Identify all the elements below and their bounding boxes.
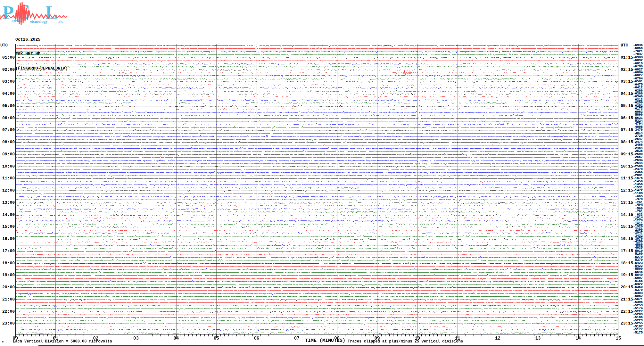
hour-label-left: 15:00 [0, 224, 15, 229]
hour-label-left: 21:00 [0, 297, 15, 302]
hour-label-left: 23:00 [0, 321, 15, 326]
hour-label-left: 12:00 [0, 188, 15, 193]
x-tick-label: 14 [573, 336, 584, 341]
corner-mark: m [2, 340, 4, 343]
hour-label-left: 19:00 [0, 273, 15, 278]
clip-note: Traces clipped at plus/minus 25 vertical… [348, 339, 463, 344]
x-axis-title: TIME (MINUTES) [305, 338, 345, 343]
hour-label-left: 02:00 [0, 67, 15, 72]
hour-label-left: 13:00 [0, 200, 15, 205]
hour-label-left: 16:00 [0, 236, 15, 242]
hour-label-left: 20:00 [0, 285, 15, 290]
x-tick-label: 05 [211, 336, 222, 341]
hour-label-left: 03:00 [0, 79, 15, 84]
x-tick-label: 07 [291, 336, 302, 341]
hour-label-left: 09:00 [0, 152, 15, 157]
hour-label-left: 10:00 [0, 164, 15, 169]
trace-value: -5175 [623, 331, 643, 334]
hour-label-left: 08:00 [0, 140, 15, 145]
hour-label-left: 18:00 [0, 261, 15, 266]
logo-seismic-trace-icon [0, 1, 67, 26]
hour-label-left: 01:00 [0, 55, 15, 60]
x-tick-label: 06 [251, 336, 262, 341]
psl-logo: P S L atras eismology ab [0, 1, 67, 26]
hour-label-left: 05:00 [0, 103, 15, 109]
hour-label-left: 22:00 [0, 309, 15, 314]
hour-label-left: 04:00 [0, 91, 15, 96]
hour-label-left: 11:00 [0, 176, 15, 181]
utc-header-left: UTC [0, 43, 8, 48]
x-tick-label: 04 [170, 336, 182, 341]
hour-label-left: 17:00 [0, 249, 15, 254]
seismogram-canvas [15, 44, 618, 339]
scale-note: Each Vertical Division = 5000.00 microvo… [13, 339, 112, 344]
x-tick-label: 03 [130, 336, 142, 341]
hour-label-left: 07:00 [0, 128, 15, 133]
x-tick-label: 15 [613, 336, 624, 341]
webicorder-page: P S L atras eismology ab Oct26,2025 FSK … [0, 0, 644, 346]
hour-label-left: 14:00 [0, 212, 15, 218]
x-tick-label: 12 [492, 336, 504, 341]
hour-label-left: 06:00 [0, 116, 15, 121]
header-date: Oct26,2025 [15, 37, 68, 42]
x-tick-label: 13 [532, 336, 544, 341]
